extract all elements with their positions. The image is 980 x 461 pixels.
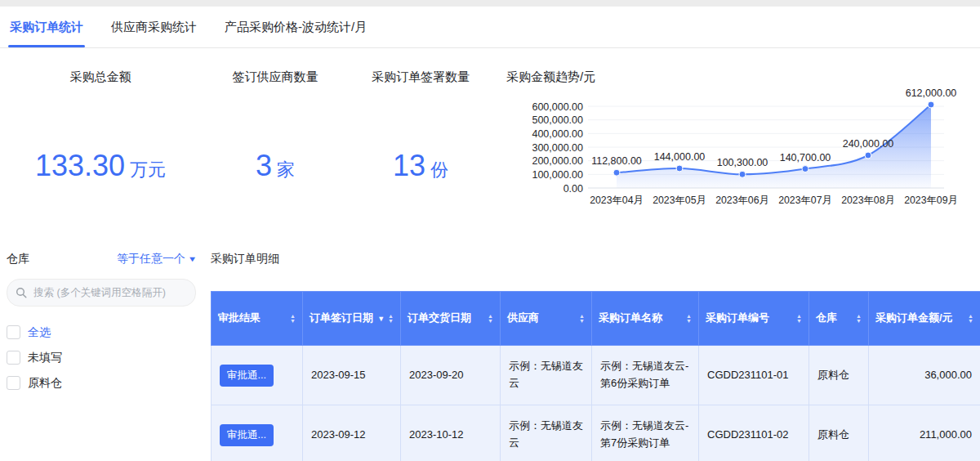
svg-text:100,300.00: 100,300.00 <box>717 157 768 168</box>
table-header-row: 审批结果▲▼订单签订日期▼▲▼订单交货日期▲▼供应商▲▼采购订单名称▲▼采购订单… <box>212 292 980 346</box>
option-label: 全选 <box>28 325 51 340</box>
column-label: 订单签订日期 <box>310 311 374 326</box>
approval-status-button[interactable]: 审批通... <box>220 365 274 387</box>
svg-text:400,000.00: 400,000.00 <box>532 128 583 140</box>
kpi-value: 3 <box>256 149 272 182</box>
filter-field-label: 仓库 <box>7 252 29 266</box>
svg-text:200,000.00: 200,000.00 <box>532 155 583 167</box>
svg-text:112,800.00: 112,800.00 <box>591 155 642 167</box>
svg-text:2023年05月: 2023年05月 <box>653 195 706 206</box>
column-header-1[interactable]: 订单签订日期▼▲▼ <box>303 292 401 346</box>
checkbox[interactable] <box>7 325 20 339</box>
sort-toggle-icon[interactable]: ▲▼ <box>290 314 296 324</box>
kpi-value: 133.30 <box>35 149 125 182</box>
filter-operator-dropdown[interactable]: 等于任意一个 ▼ <box>117 252 196 266</box>
filter-option-0[interactable]: 全选 <box>7 320 196 345</box>
checkbox[interactable] <box>7 351 20 365</box>
cell-order_name: 示例：无锡道友云-第7份采购订单 <box>592 405 699 461</box>
column-label: 审批结果 <box>218 311 287 326</box>
cell-order_name: 示例：无锡道友云-第6份采购订单 <box>592 346 699 405</box>
cell-delivery_date: 2023-09-20 <box>401 346 501 405</box>
purchase-trend-chart: 采购金额趋势/元 600,000.00500,000.00400,000.003… <box>497 69 975 225</box>
sort-desc-icon[interactable]: ▼ <box>377 315 385 323</box>
filter-search-box[interactable] <box>7 279 196 307</box>
column-header-4[interactable]: 采购订单名称▲▼ <box>592 292 699 346</box>
cell-sign_date: 2023-09-15 <box>303 346 401 405</box>
option-label: 原料仓 <box>28 376 62 391</box>
svg-text:2023年08月: 2023年08月 <box>841 195 895 206</box>
checkbox[interactable] <box>7 376 20 390</box>
svg-text:2023年07月: 2023年07月 <box>778 195 832 206</box>
column-label: 采购订单编号 <box>706 311 793 326</box>
cell-order_code: CGDD231101-02 <box>699 405 809 461</box>
svg-text:500,000.00: 500,000.00 <box>532 114 583 126</box>
svg-text:0.00: 0.00 <box>564 183 583 195</box>
sort-toggle-icon[interactable]: ▲▼ <box>579 314 585 324</box>
cell-warehouse: 原料仓 <box>809 405 869 461</box>
approval-status-button[interactable]: 审批通... <box>220 424 274 446</box>
filter-option-1[interactable]: 未填写 <box>7 345 196 370</box>
svg-text:2023年06月: 2023年06月 <box>715 195 769 206</box>
table-body: 审批通...2023-09-152023-09-20示例：无锡道友云示例：无锡道… <box>212 346 980 461</box>
column-header-5[interactable]: 采购订单编号▲▼ <box>699 292 809 346</box>
option-label: 未填写 <box>28 351 62 365</box>
kpi-unit: 家 <box>277 159 295 180</box>
cell-approval: 审批通... <box>212 346 303 405</box>
warehouse-option-list: 全选未填写原料仓 <box>7 320 196 396</box>
kpi-label: 采购总金额 <box>23 69 178 85</box>
tab-0[interactable]: 采购订单统计 <box>8 7 85 47</box>
sort-toggle-icon[interactable]: ▲▼ <box>796 314 802 324</box>
sort-toggle-icon[interactable]: ▲▼ <box>968 314 973 324</box>
column-header-2[interactable]: 订单交货日期▲▼ <box>401 292 501 346</box>
sort-toggle-icon[interactable]: ▲▼ <box>686 314 692 324</box>
column-label: 订单交货日期 <box>408 311 484 326</box>
svg-text:2023年04月: 2023年04月 <box>590 195 644 206</box>
dashboard-page: 采购订单统计供应商采购统计产品采购价格-波动统计/月 采购总金额 133.30万… <box>0 7 980 461</box>
cell-delivery_date: 2023-10-12 <box>401 405 501 461</box>
chevron-down-icon: ▼ <box>188 255 198 263</box>
sort-toggle-icon[interactable]: ▲▼ <box>856 314 862 324</box>
kpi-value: 13 <box>393 149 425 182</box>
search-icon <box>16 287 27 298</box>
cell-sign_date: 2023-09-12 <box>303 405 401 461</box>
warehouse-filter-panel: 仓库 等于任意一个 ▼ 全选未填写原料仓 <box>7 252 196 396</box>
column-header-0[interactable]: 审批结果▲▼ <box>212 292 303 346</box>
cell-warehouse: 原料仓 <box>809 346 869 405</box>
column-label: 采购订单名称 <box>599 311 683 326</box>
svg-text:600,000.00: 600,000.00 <box>532 101 583 113</box>
svg-text:240,000.00: 240,000.00 <box>843 138 894 150</box>
kpi-label: 采购订单签署数量 <box>343 69 498 85</box>
kpi-total-purchase-amount: 采购总金额 133.30万元 <box>23 69 178 183</box>
search-input[interactable] <box>32 286 187 299</box>
kpi-unit: 万元 <box>130 159 166 180</box>
svg-text:300,000.00: 300,000.00 <box>532 142 583 154</box>
kpi-label: 签订供应商数量 <box>198 69 353 85</box>
tab-2[interactable]: 产品采购价格-波动统计/月 <box>223 7 368 47</box>
cell-order_code: CGDD231101-01 <box>699 346 809 405</box>
filter-operator-label: 等于任意一个 <box>117 252 185 266</box>
kpi-unit: 份 <box>430 159 448 180</box>
tab-bar: 采购订单统计供应商采购统计产品采购价格-波动统计/月 <box>0 7 980 48</box>
column-label: 供应商 <box>507 311 576 326</box>
svg-text:144,000.00: 144,000.00 <box>654 151 706 163</box>
table-title: 采购订单明细 <box>211 252 980 266</box>
sort-toggle-icon[interactable]: ▲▼ <box>388 314 394 324</box>
column-header-6[interactable]: 仓库▲▼ <box>809 292 869 346</box>
kpi-order-signed-count: 采购订单签署数量 13份 <box>343 69 498 183</box>
filter-option-2[interactable]: 原料仓 <box>7 370 196 396</box>
cell-amount: 211,000.00 <box>869 405 980 461</box>
svg-text:140,700.00: 140,700.00 <box>780 152 831 163</box>
column-header-7[interactable]: 采购订单金额/元▲▼ <box>869 292 980 346</box>
table-row[interactable]: 审批通...2023-09-122023-10-12示例：无锡道友云示例：无锡道… <box>212 405 980 461</box>
trend-area-chart: 600,000.00500,000.00400,000.00300,000.00… <box>497 82 975 221</box>
table-row[interactable]: 审批通...2023-09-152023-09-20示例：无锡道友云示例：无锡道… <box>212 346 980 405</box>
cell-amount: 36,000.00 <box>869 346 980 405</box>
sort-toggle-icon[interactable]: ▲▼ <box>488 314 493 324</box>
svg-text:612,000.00: 612,000.00 <box>906 87 957 99</box>
cell-approval: 审批通... <box>212 405 303 461</box>
svg-text:100,000.00: 100,000.00 <box>532 169 583 181</box>
cell-supplier: 示例：无锡道友云 <box>501 346 592 405</box>
tab-1[interactable]: 供应商采购统计 <box>109 7 198 47</box>
purchase-order-table-panel: 采购订单明细 审批结果▲▼订单签订日期▼▲▼订单交货日期▲▼供应商▲▼采购订单名… <box>211 252 980 461</box>
column-header-3[interactable]: 供应商▲▼ <box>501 292 592 346</box>
